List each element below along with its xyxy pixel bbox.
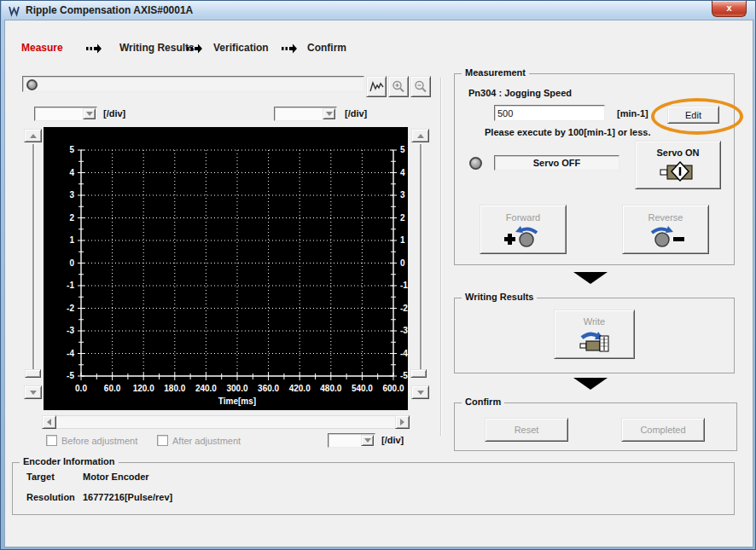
svg-text:Time[ms]: Time[ms] — [218, 397, 256, 406]
encoder-target-value: Motor Encoder — [83, 472, 149, 482]
jogging-speed-param-label: Pn304 : Jogging Speed — [468, 88, 572, 98]
servo-on-button[interactable]: Servo ON — [635, 141, 721, 189]
step-arrow-icon — [86, 43, 102, 54]
step-arrow-icon — [187, 43, 202, 54]
zoom-out-button[interactable] — [410, 76, 431, 97]
x-div-label: [/div] — [381, 435, 404, 445]
before-adjustment-checkbox[interactable] — [46, 435, 57, 446]
after-adjustment-checkbox[interactable] — [157, 435, 168, 446]
svg-text:2: 2 — [400, 213, 405, 223]
svg-text:-2: -2 — [400, 304, 408, 313]
trace-status-led — [26, 79, 38, 90]
svg-text:5: 5 — [69, 145, 74, 154]
right-scale-track[interactable] — [420, 144, 422, 369]
x-div-select[interactable] — [328, 433, 375, 448]
svg-text:540.0: 540.0 — [352, 384, 373, 393]
left-scale-down-button[interactable] — [24, 385, 42, 399]
servo-on-label: Servo ON — [656, 148, 699, 158]
writing-results-group-label: Writing Results — [462, 292, 537, 302]
svg-text:0: 0 — [69, 258, 74, 268]
before-adjustment-label: Before adjustment — [61, 436, 137, 446]
step-verification: Verification — [213, 42, 269, 54]
y2-div-select[interactable] — [274, 107, 337, 121]
svg-text:-4: -4 — [400, 349, 408, 358]
svg-text:2: 2 — [69, 213, 74, 223]
x-div-dropdown-button[interactable] — [361, 435, 374, 446]
confirm-group-label: Confirm — [462, 397, 504, 407]
svg-text:-2: -2 — [67, 304, 74, 313]
svg-text:4: 4 — [69, 168, 74, 177]
chevron-right-icon — [400, 419, 404, 426]
svg-text:240.0: 240.0 — [195, 384, 217, 393]
h-scroll-right-button[interactable] — [395, 415, 410, 429]
right-scale-thumb[interactable] — [410, 369, 427, 378]
completed-button[interactable]: Completed — [621, 418, 705, 442]
left-scale-track[interactable] — [32, 144, 34, 369]
measurement-group-label: Measurement — [462, 67, 529, 78]
chevron-down-icon — [326, 112, 333, 116]
svg-text:3: 3 — [69, 190, 74, 200]
y1-div-value — [36, 108, 83, 119]
svg-text:1: 1 — [69, 235, 74, 245]
svg-text:-3: -3 — [67, 326, 74, 335]
svg-text:-1: -1 — [400, 281, 408, 290]
reset-label: Reset — [515, 425, 539, 435]
step-measure: Measure — [21, 42, 63, 54]
svg-text:0.0: 0.0 — [75, 384, 87, 393]
write-button[interactable]: Write — [554, 310, 635, 359]
motor-power-icon — [660, 160, 697, 183]
waveform-chart: 554433221100-1-1-2-2-3-3-4-4-5-50.060.01… — [44, 127, 408, 410]
encoder-information-group: Encoder Information — [12, 462, 735, 515]
svg-text:-4: -4 — [67, 349, 74, 358]
close-button[interactable]: x — [712, 1, 747, 17]
left-scale-up-button[interactable] — [24, 129, 42, 142]
x-div-value — [329, 435, 361, 446]
y1-div-dropdown-button[interactable] — [83, 108, 96, 119]
svg-text:1: 1 — [400, 235, 405, 245]
h-scroll-left-button[interactable] — [42, 415, 56, 429]
right-scale-up-button[interactable] — [411, 129, 429, 142]
jog-forward-icon — [503, 225, 544, 247]
forward-button[interactable]: Forward — [480, 205, 567, 254]
jogging-speed-input[interactable] — [494, 105, 605, 121]
h-scroll-track[interactable] — [42, 415, 410, 429]
left-scale-thumb[interactable] — [25, 369, 41, 378]
step-confirm: Confirm — [307, 42, 346, 54]
chevron-down-icon — [417, 391, 424, 395]
y2-div-dropdown-button[interactable] — [323, 108, 335, 119]
svg-text:5: 5 — [400, 145, 405, 154]
zoom-in-button[interactable] — [388, 76, 409, 97]
svg-text:-5: -5 — [400, 371, 408, 380]
zoom-out-icon — [414, 80, 427, 94]
ripple-compensation-window: Ripple Compensation AXIS#0001A x Measure… — [0, 0, 756, 550]
jogging-speed-unit-label: [min-1] — [617, 108, 648, 119]
svg-text:120.0: 120.0 — [133, 384, 154, 393]
trace-display-button[interactable] — [366, 76, 387, 97]
edit-button[interactable]: Edit — [667, 106, 719, 124]
chevron-down-icon — [364, 438, 371, 443]
panel-separator — [440, 78, 441, 436]
y1-div-select[interactable] — [34, 107, 97, 121]
write-to-motor-icon — [577, 329, 613, 353]
chevron-down-icon — [86, 112, 93, 116]
y2-div-label: [/div] — [345, 108, 367, 119]
y2-div-value — [276, 108, 323, 119]
step-arrow-icon — [282, 43, 297, 54]
waveform-logo-icon — [8, 4, 20, 17]
svg-text:4: 4 — [400, 168, 405, 177]
zoom-in-icon — [392, 80, 405, 94]
reset-button[interactable]: Reset — [485, 418, 568, 442]
right-scale-down-button[interactable] — [411, 385, 429, 399]
chevron-down-icon — [30, 391, 37, 395]
svg-text:-5: -5 — [67, 371, 74, 380]
svg-text:180.0: 180.0 — [164, 384, 185, 393]
svg-text:0: 0 — [400, 258, 405, 268]
reverse-button[interactable]: Reverse — [622, 205, 709, 254]
edit-button-label: Edit — [685, 110, 701, 120]
encoder-information-group-label: Encoder Information — [20, 456, 119, 466]
window-title: Ripple Compensation AXIS#0001A — [26, 4, 193, 16]
chevron-up-icon — [417, 134, 424, 138]
flow-arrow-down-icon — [573, 378, 608, 390]
encoder-target-label: Target — [26, 472, 55, 482]
encoder-resolution-value: 16777216[Pulse/rev] — [83, 492, 172, 502]
